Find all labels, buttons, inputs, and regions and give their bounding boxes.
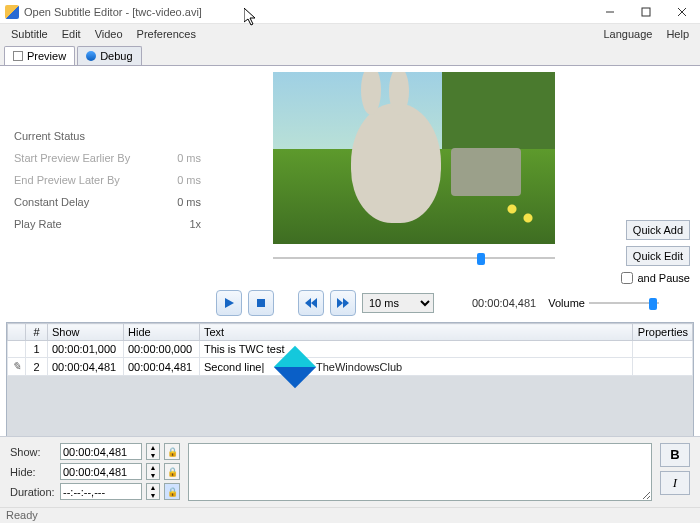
- status-heading: Current Status: [14, 130, 201, 142]
- end-later-label: End Preview Later By: [14, 174, 120, 186]
- edit-indicator-icon: ✎: [12, 360, 21, 372]
- italic-button[interactable]: I: [660, 471, 690, 495]
- hide-input[interactable]: [60, 463, 142, 480]
- volume-label: Volume: [548, 297, 585, 309]
- tabbar: Preview Debug: [0, 44, 700, 66]
- svg-marker-9: [343, 298, 349, 308]
- jump-step-select[interactable]: 10 ms: [362, 293, 434, 313]
- preview-icon: [13, 51, 23, 61]
- and-pause-checkbox[interactable]: and Pause: [621, 272, 690, 284]
- col-show[interactable]: Show: [48, 324, 124, 341]
- svg-rect-5: [257, 299, 265, 307]
- menu-edit[interactable]: Edit: [55, 26, 88, 42]
- constant-delay-label: Constant Delay: [14, 196, 89, 208]
- status-bar: Ready: [0, 507, 700, 523]
- table-row[interactable]: 1 00:00:01,000 00:00:00,000 This is TWC …: [8, 341, 693, 358]
- jump-back-button[interactable]: [298, 290, 324, 316]
- svg-marker-8: [337, 298, 343, 308]
- duration-spinner[interactable]: ▲▼: [146, 483, 160, 500]
- menu-video[interactable]: Video: [88, 26, 130, 42]
- and-pause-label: and Pause: [637, 272, 690, 284]
- volume-slider[interactable]: [589, 295, 659, 311]
- table-row[interactable]: ✎ 2 00:00:04,481 00:00:04,481 Second lin…: [8, 358, 693, 376]
- menu-language[interactable]: Language: [596, 26, 659, 42]
- hide-lock-button[interactable]: 🔒: [164, 463, 180, 480]
- timecode-display: 00:00:04,481: [466, 297, 542, 309]
- show-spinner[interactable]: ▲▼: [146, 443, 160, 460]
- col-properties[interactable]: Properties: [633, 324, 693, 341]
- table-header-row: # Show Hide Text Properties: [8, 324, 693, 341]
- menubar: Subtitle Edit Video Preferences Language…: [0, 24, 700, 44]
- svg-marker-4: [225, 298, 234, 308]
- duration-label: Duration:: [10, 486, 56, 498]
- show-input[interactable]: [60, 443, 142, 460]
- close-button[interactable]: [664, 0, 700, 24]
- seek-slider[interactable]: [273, 250, 555, 266]
- col-index[interactable]: #: [26, 324, 48, 341]
- hide-label: Hide:: [10, 466, 56, 478]
- window-title: Open Subtitle Editor - [twc-video.avi]: [24, 6, 592, 18]
- svg-marker-6: [305, 298, 311, 308]
- tab-preview[interactable]: Preview: [4, 46, 75, 65]
- tab-preview-label: Preview: [27, 50, 66, 62]
- video-preview[interactable]: [273, 72, 555, 244]
- duration-input[interactable]: [60, 483, 142, 500]
- app-icon: [5, 5, 19, 19]
- status-text: Ready: [6, 509, 38, 521]
- menu-help[interactable]: Help: [659, 26, 696, 42]
- minimize-button[interactable]: [592, 0, 628, 24]
- col-hide[interactable]: Hide: [124, 324, 200, 341]
- menu-subtitle[interactable]: Subtitle: [4, 26, 55, 42]
- svg-rect-1: [642, 8, 650, 16]
- bottom-editor: Show: ▲▼ 🔒 Hide: ▲▼ 🔒 Duration: ▲▼ 🔒 B I: [0, 436, 700, 507]
- tab-debug[interactable]: Debug: [77, 46, 141, 65]
- col-text[interactable]: Text: [200, 324, 633, 341]
- menu-preferences[interactable]: Preferences: [130, 26, 203, 42]
- status-panel: Current Status Start Preview Earlier By0…: [4, 70, 209, 284]
- play-button[interactable]: [216, 290, 242, 316]
- titlebar: Open Subtitle Editor - [twc-video.avi]: [0, 0, 700, 24]
- quick-add-button[interactable]: Quick Add: [626, 220, 690, 240]
- hide-spinner[interactable]: ▲▼: [146, 463, 160, 480]
- constant-delay-val: 0 ms: [177, 196, 201, 208]
- bold-button[interactable]: B: [660, 443, 690, 467]
- play-rate-label: Play Rate: [14, 218, 62, 230]
- stop-button[interactable]: [248, 290, 274, 316]
- debug-icon: [86, 51, 96, 61]
- start-earlier-val: 0 ms: [177, 152, 201, 164]
- tab-debug-label: Debug: [100, 50, 132, 62]
- svg-marker-7: [311, 298, 317, 308]
- play-rate-val: 1x: [189, 218, 201, 230]
- quick-edit-button[interactable]: Quick Edit: [626, 246, 690, 266]
- jump-forward-button[interactable]: [330, 290, 356, 316]
- end-later-val: 0 ms: [177, 174, 201, 186]
- maximize-button[interactable]: [628, 0, 664, 24]
- subtitle-table: # Show Hide Text Properties 1 00:00:01,0…: [6, 322, 694, 442]
- duration-lock-button[interactable]: 🔒: [164, 483, 180, 500]
- start-earlier-label: Start Preview Earlier By: [14, 152, 130, 164]
- show-label: Show:: [10, 446, 56, 458]
- show-lock-button[interactable]: 🔒: [164, 443, 180, 460]
- subtitle-text-input[interactable]: [188, 443, 652, 501]
